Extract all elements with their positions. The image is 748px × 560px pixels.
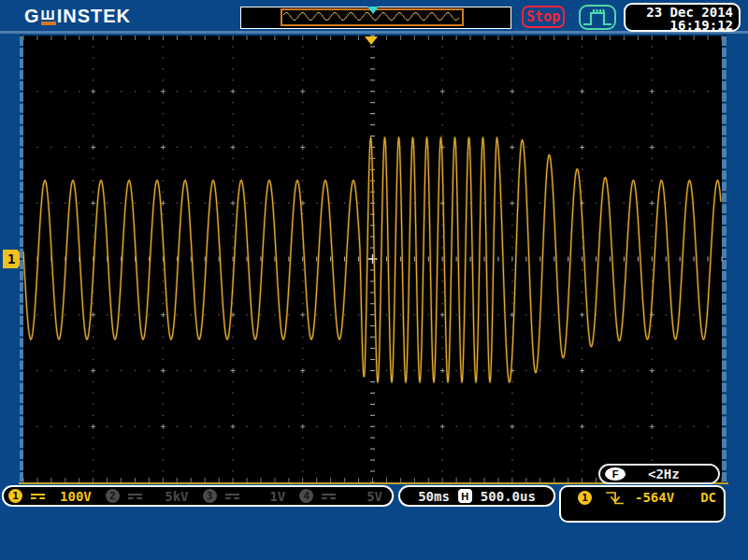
trigger-coupling: DC <box>700 490 716 505</box>
oscilloscope-screen: G Ш INSTEK Stop 23 Dec 2014 16:19:12 1 F… <box>0 0 748 560</box>
frequency-icon: F <box>605 467 626 481</box>
channel-2-status[interactable]: 2 5kV <box>101 489 198 504</box>
channel-2-scale: 5kV <box>165 489 188 504</box>
frequency-value: <2Hz <box>648 467 680 481</box>
timebase-zoom: 500.0us <box>481 489 536 504</box>
timebase-main: 50ms <box>418 489 450 504</box>
channel-1-scale: 100V <box>60 489 92 504</box>
channel-2-badge: 2 <box>106 489 120 503</box>
channel-3-status[interactable]: 3 1V <box>198 489 295 504</box>
timebase-status[interactable]: 50ms H 500.0us <box>398 485 555 507</box>
channel-3-scale: 1V <box>269 489 285 504</box>
channel-1-badge: 1 <box>8 489 22 503</box>
channel-3-badge: 3 <box>203 489 217 503</box>
dc-coupling-icon <box>128 494 142 499</box>
dc-coupling-icon <box>322 494 336 499</box>
falling-edge-icon <box>605 489 624 506</box>
channel-status-bar: 1 100V 2 5kV 3 1V 4 5V <box>2 485 394 507</box>
channel-4-scale: 5V <box>367 489 382 504</box>
dc-coupling-icon <box>225 494 239 499</box>
channel-4-status[interactable]: 4 5V <box>295 489 392 504</box>
trigger-frequency-readout: F <2Hz <box>598 464 720 484</box>
dc-coupling-icon <box>31 494 45 499</box>
channel-1-status[interactable]: 1 100V <box>4 489 101 504</box>
trigger-level: -564V <box>635 490 674 505</box>
horizontal-zoom-icon: H <box>458 489 472 503</box>
trigger-status[interactable]: 1 -564V DC <box>559 485 726 523</box>
channel-4-badge: 4 <box>299 489 313 503</box>
trigger-source-badge: 1 <box>578 491 592 505</box>
